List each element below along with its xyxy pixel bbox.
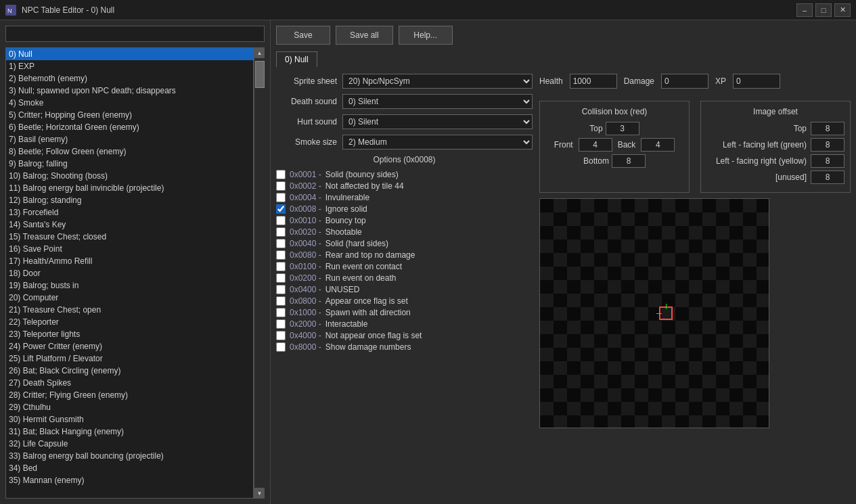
death-sound-select[interactable]: 0) Silent bbox=[342, 94, 533, 109]
list-item[interactable]: 25) Lift Platform / Elevator bbox=[6, 352, 253, 365]
option-code: 0x4000 - bbox=[290, 331, 321, 340]
left-panel: 0) Null1) EXP2) Behemoth (enemy)3) Null;… bbox=[0, 20, 271, 504]
offset-top-label: Top bbox=[794, 124, 807, 133]
scroll-up-arrow[interactable]: ▲ bbox=[254, 47, 265, 58]
option-checkbox-0x0040[interactable] bbox=[276, 239, 286, 248]
option-checkbox-0x8000[interactable] bbox=[276, 342, 286, 352]
list-item[interactable]: 22) Teleporter bbox=[6, 316, 253, 328]
option-label: Interactable bbox=[325, 319, 368, 329]
option-checkbox-0x0200[interactable] bbox=[276, 273, 286, 283]
list-item[interactable]: 5) Critter; Hopping Green (enemy) bbox=[6, 109, 253, 121]
list-item[interactable]: 29) Cthulhu bbox=[6, 401, 253, 413]
option-checkbox-0x0800[interactable] bbox=[276, 296, 286, 306]
list-item[interactable]: 1) EXP bbox=[6, 60, 253, 72]
list-item[interactable]: 30) Hermit Gunsmith bbox=[6, 413, 253, 426]
save-all-button[interactable]: Save all bbox=[336, 26, 393, 45]
smoke-size-row: Smoke size 2) Medium bbox=[276, 135, 533, 150]
tab-null[interactable]: 0) Null bbox=[276, 51, 317, 67]
option-checkbox-0x0002[interactable] bbox=[276, 181, 286, 191]
npc-list[interactable]: 0) Null1) EXP2) Behemoth (enemy)3) Null;… bbox=[5, 47, 254, 499]
collision-panel: Collision box (red) Top Front Back bbox=[539, 101, 690, 193]
help-button[interactable]: Help... bbox=[399, 26, 453, 45]
list-item[interactable]: 17) Health/Ammo Refill bbox=[6, 255, 253, 267]
list-item[interactable]: 34) Bed bbox=[6, 462, 253, 474]
list-item[interactable]: 15) Treasure Chest; closed bbox=[6, 231, 253, 243]
list-item[interactable]: 16) Save Point bbox=[6, 243, 253, 255]
collision-back-input[interactable] bbox=[641, 138, 675, 152]
option-code: 0x0400 - bbox=[290, 285, 321, 294]
smoke-size-label: Smoke size bbox=[276, 137, 337, 147]
close-button[interactable]: ✕ bbox=[834, 3, 851, 17]
sprite-sheet-select[interactable]: 20) Npc/NpcSym bbox=[342, 74, 533, 89]
option-checkbox-0x2000[interactable] bbox=[276, 319, 286, 329]
offset-unused-input[interactable] bbox=[811, 170, 844, 184]
list-item[interactable]: 4) Smoke bbox=[6, 97, 253, 109]
option-checkbox-0x0100[interactable] bbox=[276, 262, 286, 271]
death-sound-label: Death sound bbox=[276, 97, 337, 106]
list-item[interactable]: 8) Beetle; Follow Green (enemy) bbox=[6, 145, 253, 158]
health-input[interactable] bbox=[570, 74, 617, 89]
list-item[interactable]: 9) Balrog; falling bbox=[6, 158, 253, 170]
option-label: Spawn with alt direction bbox=[325, 308, 411, 317]
collision-bottom-input[interactable] bbox=[612, 154, 646, 168]
list-item[interactable]: 33) Balrog energy ball bouncing (project… bbox=[6, 450, 253, 462]
damage-input[interactable] bbox=[661, 74, 708, 89]
tab-bar: 0) Null bbox=[276, 51, 851, 67]
save-button[interactable]: Save bbox=[276, 26, 330, 45]
offset-left-yellow-input[interactable] bbox=[811, 154, 844, 168]
search-input[interactable] bbox=[5, 26, 265, 42]
list-item[interactable]: 23) Teleporter lights bbox=[6, 328, 253, 340]
list-item[interactable]: 28) Critter; Flying Green (enemy) bbox=[6, 389, 253, 401]
list-item[interactable]: 3) Null; spawned upon NPC death; disappe… bbox=[6, 85, 253, 97]
option-code: 0x8000 - bbox=[290, 342, 321, 352]
list-item[interactable]: 31) Bat; Black Hanging (enemy) bbox=[6, 426, 253, 438]
list-item[interactable]: 10) Balrog; Shooting (boss) bbox=[6, 170, 253, 182]
offset-left-yellow-row: Left - facing right (yellow) bbox=[706, 154, 844, 168]
option-checkbox-0x0001[interactable] bbox=[276, 170, 286, 179]
list-item[interactable]: 35) Mannan (enemy) bbox=[6, 474, 253, 486]
minimize-button[interactable]: – bbox=[796, 3, 813, 17]
option-checkbox-0x0004[interactable] bbox=[276, 193, 286, 202]
list-item[interactable]: 20) Computer bbox=[6, 292, 253, 304]
list-item[interactable]: 11) Balrog energy ball invincible (proje… bbox=[6, 182, 253, 194]
scroll-down-arrow[interactable]: ▼ bbox=[254, 488, 265, 499]
list-scrollbar[interactable]: ▲ ▼ bbox=[254, 47, 265, 499]
image-offset-title: Image offset bbox=[706, 107, 844, 116]
option-checkbox-0x0020[interactable] bbox=[276, 227, 286, 237]
smoke-size-select[interactable]: 2) Medium bbox=[342, 135, 533, 150]
list-item[interactable]: 21) Treasure Chest; open bbox=[6, 304, 253, 316]
hurt-sound-select[interactable]: 0) Silent bbox=[342, 114, 533, 129]
offset-left-green-input[interactable] bbox=[811, 138, 844, 152]
list-item[interactable]: 12) Balrog; standing bbox=[6, 194, 253, 206]
collision-bottom-label: Bottom bbox=[583, 156, 609, 166]
list-item[interactable]: 7) Basil (enemy) bbox=[6, 133, 253, 145]
option-row: 0x0008 - Ignore solid bbox=[276, 204, 533, 214]
option-checkbox-0x0080[interactable] bbox=[276, 250, 286, 260]
list-item[interactable]: 6) Beetle; Horizontal Green (enemy) bbox=[6, 121, 253, 133]
collision-front-input[interactable] bbox=[579, 138, 612, 152]
option-checkbox-0x0010[interactable] bbox=[276, 216, 286, 225]
offset-top-input[interactable] bbox=[811, 122, 844, 135]
maximize-button[interactable]: □ bbox=[815, 3, 832, 17]
list-item[interactable]: 19) Balrog; busts in bbox=[6, 279, 253, 292]
toolbar: Save Save all Help... bbox=[276, 26, 851, 45]
option-code: 0x0001 - bbox=[290, 170, 321, 179]
list-item[interactable]: 13) Forcefield bbox=[6, 206, 253, 219]
option-code: 0x0002 - bbox=[290, 181, 321, 191]
list-item[interactable]: 24) Power Critter (enemy) bbox=[6, 340, 253, 352]
list-item[interactable]: 32) Life Capsule bbox=[6, 438, 253, 450]
collision-top-input[interactable] bbox=[606, 122, 639, 135]
list-item[interactable]: 18) Door bbox=[6, 267, 253, 279]
list-item[interactable]: 2) Behemoth (enemy) bbox=[6, 72, 253, 85]
list-item[interactable]: 0) Null bbox=[6, 48, 253, 60]
scroll-thumb[interactable] bbox=[255, 61, 265, 88]
option-checkbox-0x4000[interactable] bbox=[276, 331, 286, 340]
xp-input[interactable] bbox=[733, 74, 780, 89]
list-item[interactable]: 26) Bat; Black Circling (enemy) bbox=[6, 365, 253, 377]
option-checkbox-0x1000[interactable] bbox=[276, 308, 286, 317]
option-checkbox-0x0400[interactable] bbox=[276, 285, 286, 294]
option-checkbox-0x0008[interactable] bbox=[276, 204, 286, 214]
option-label: Solid (bouncy sides) bbox=[325, 170, 399, 179]
list-item[interactable]: 27) Death Spikes bbox=[6, 377, 253, 389]
list-item[interactable]: 14) Santa's Key bbox=[6, 219, 253, 231]
